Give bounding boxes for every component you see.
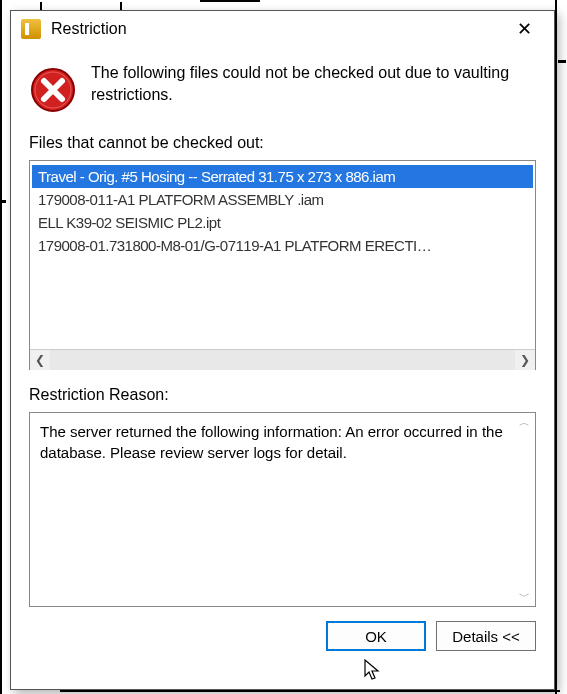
close-icon: ✕ [517,18,532,40]
window-title: Restriction [51,20,504,38]
files-list: Travel - Orig. #5 Hosing -- Serrated 31.… [30,161,535,349]
files-listbox[interactable]: Travel - Orig. #5 Hosing -- Serrated 31.… [29,160,536,370]
app-icon [21,19,41,39]
scroll-down-arrow[interactable]: ﹀ [519,589,530,604]
scroll-track[interactable] [50,350,515,370]
vertical-scrollbar[interactable]: ︿ ﹀ [515,415,533,604]
file-row[interactable]: 179008-011-A1 PLATFORM ASSEMBLY .iam [32,188,533,211]
titlebar: Restriction ✕ [11,11,554,47]
scroll-left-arrow[interactable]: ❮ [30,350,50,370]
ok-button[interactable]: OK [326,621,426,651]
reason-textbox[interactable]: The server returned the following inform… [29,412,536,607]
scroll-up-arrow[interactable]: ︿ [519,415,530,430]
error-icon [29,66,77,114]
file-row[interactable]: Travel - Orig. #5 Hosing -- Serrated 31.… [32,165,533,188]
button-row: OK Details << [29,621,536,665]
message-row: The following files could not be checked… [29,62,536,114]
files-label: Files that cannot be checked out: [29,134,536,152]
scroll-right-arrow[interactable]: ❯ [515,350,535,370]
message-text: The following files could not be checked… [91,62,536,105]
dialog-body: The following files could not be checked… [11,47,554,689]
close-button[interactable]: ✕ [504,14,544,44]
horizontal-scrollbar[interactable]: ❮ ❯ [30,349,535,369]
restriction-dialog: Restriction ✕ The following files could … [10,10,555,690]
reason-text: The server returned the following inform… [40,423,503,461]
details-button[interactable]: Details << [436,621,536,651]
reason-label: Restriction Reason: [29,386,536,404]
file-row[interactable]: ELL K39-02 SEISMIC PL2.ipt [32,211,533,234]
file-row[interactable]: 179008-01.731800-M8-01/G-07119-A1 PLATFO… [32,234,533,257]
